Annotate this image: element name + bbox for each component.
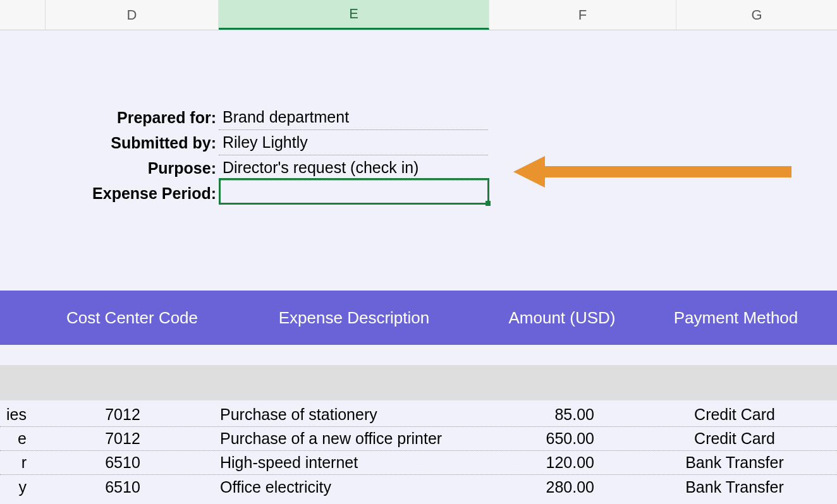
cell-amount: 650.00 bbox=[489, 429, 594, 448]
cell-code: 6510 bbox=[27, 478, 219, 496]
label-purpose: Purpose: bbox=[75, 159, 219, 177]
cell-frag: r bbox=[0, 453, 27, 472]
value-submitted-by[interactable]: Riley Lightly bbox=[219, 130, 488, 155]
info-row-prepared-for: Prepared for: Brand department bbox=[75, 105, 488, 130]
cell-desc: Purchase of stationery bbox=[219, 405, 489, 424]
cell-desc: High-speed internet bbox=[219, 453, 489, 472]
cell-amount: 280.00 bbox=[489, 478, 594, 496]
cell-frag: e bbox=[0, 429, 27, 448]
cell-method: Bank Transfer bbox=[594, 478, 837, 496]
grey-subheader-bar bbox=[0, 365, 837, 400]
col-header-F[interactable]: F bbox=[489, 0, 676, 30]
cell-amount: 120.00 bbox=[489, 453, 594, 472]
th-cost-center: Cost Center Code bbox=[46, 308, 219, 328]
cell-desc: Purchase of a new office printer bbox=[219, 429, 489, 448]
arrow-left-icon bbox=[513, 156, 791, 188]
column-headers: D E F G bbox=[0, 0, 837, 30]
cell-method: Credit Card bbox=[594, 429, 837, 448]
info-block: Prepared for: Brand department Submitted… bbox=[75, 105, 488, 206]
value-prepared-for[interactable]: Brand department bbox=[219, 105, 488, 130]
cell-code: 6510 bbox=[27, 453, 219, 472]
th-payment-method: Payment Method bbox=[635, 308, 837, 328]
th-description: Expense Description bbox=[219, 308, 489, 328]
th-amount: Amount (USD) bbox=[489, 308, 635, 328]
label-expense-period: Expense Period: bbox=[75, 184, 219, 203]
info-row-submitted-by: Submitted by: Riley Lightly bbox=[75, 130, 488, 155]
cell-desc: Office electricity bbox=[219, 478, 489, 496]
info-row-expense-period: Expense Period: bbox=[75, 181, 488, 206]
label-prepared-for: Prepared for: bbox=[75, 109, 219, 127]
value-purpose[interactable]: Director's request (check in) bbox=[219, 155, 488, 181]
cell-code: 7012 bbox=[27, 405, 219, 424]
col-header-E[interactable]: E bbox=[219, 0, 489, 30]
cell-amount: 85.00 bbox=[489, 405, 594, 424]
label-submitted-by: Submitted by: bbox=[75, 134, 219, 152]
cell-method: Credit Card bbox=[594, 405, 837, 424]
arrow-annotation bbox=[513, 153, 791, 193]
value-expense-period[interactable] bbox=[219, 181, 488, 206]
col-header-G[interactable]: G bbox=[676, 0, 837, 30]
table-row[interactable]: ies 7012 Purchase of stationery 85.00 Cr… bbox=[0, 403, 837, 427]
expense-table-header: Cost Center Code Expense Description Amo… bbox=[0, 291, 837, 345]
cell-frag: ies bbox=[0, 405, 27, 424]
table-row[interactable]: r 6510 High-speed internet 120.00 Bank T… bbox=[0, 451, 837, 475]
table-row[interactable]: e 7012 Purchase of a new office printer … bbox=[0, 427, 837, 451]
sheet-body[interactable]: Prepared for: Brand department Submitted… bbox=[0, 30, 837, 504]
info-row-purpose: Purpose: Director's request (check in) bbox=[75, 155, 488, 181]
cell-method: Bank Transfer bbox=[594, 453, 837, 472]
col-stub bbox=[0, 0, 46, 30]
expense-rows: ies 7012 Purchase of stationery 85.00 Cr… bbox=[0, 403, 837, 499]
cell-frag: y bbox=[0, 478, 27, 496]
col-header-D[interactable]: D bbox=[46, 0, 219, 30]
cell-code: 7012 bbox=[27, 429, 219, 448]
table-row[interactable]: y 6510 Office electricity 280.00 Bank Tr… bbox=[0, 475, 837, 499]
